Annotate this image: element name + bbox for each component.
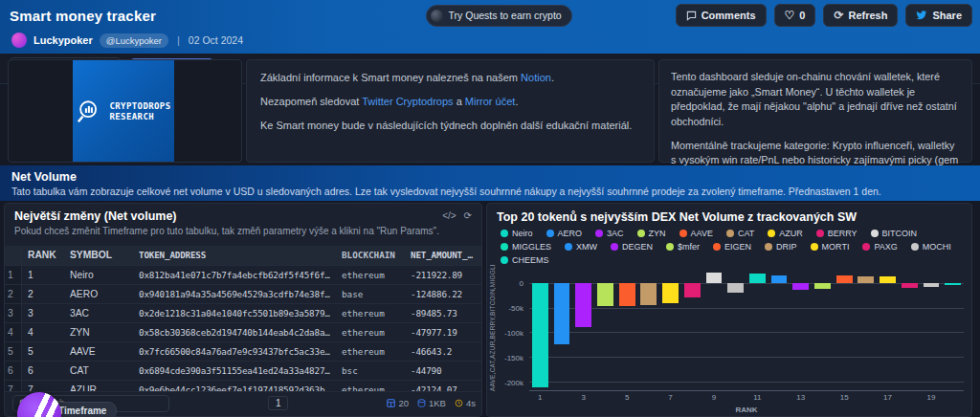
legend-item[interactable]: EIGEN	[713, 242, 751, 252]
like-button[interactable]: ♡ 0	[774, 4, 816, 27]
chart-bar[interactable]	[880, 276, 896, 282]
legend-dot-icon	[565, 243, 572, 251]
legend-item[interactable]: BERRY	[816, 229, 858, 238]
legend-item[interactable]: MOCHI	[911, 242, 951, 252]
chart-bar[interactable]	[924, 283, 940, 287]
column-header[interactable]: NET_AMOUNT_USD	[405, 246, 482, 265]
chart-bar[interactable]	[858, 276, 874, 283]
chart-bar[interactable]	[836, 275, 853, 282]
bar-slot	[899, 265, 921, 390]
legend-item[interactable]: AERO	[546, 229, 583, 238]
table-cell: 1	[5, 266, 22, 284]
legend-item[interactable]: AAVE	[679, 229, 713, 238]
bar-slot	[638, 265, 660, 390]
legend-item[interactable]: $mfer	[666, 242, 700, 252]
notion-link[interactable]: Notion	[521, 72, 551, 83]
legend-item[interactable]: XMW	[565, 242, 597, 252]
x-tick-label: 19	[926, 393, 935, 402]
table-cell: -89485.73	[405, 304, 482, 322]
chart-bar[interactable]	[597, 283, 613, 307]
banner-description: Tato tabulka vám zobrazuje celkové net v…	[11, 186, 969, 197]
column-header[interactable]: TOKEN_ADDRESS	[133, 246, 336, 265]
quests-button[interactable]: Try Quests to earn crypto	[426, 5, 572, 27]
x-tick-label: 7	[668, 393, 672, 402]
bar-slot	[724, 265, 746, 390]
pagination-page[interactable]: 1	[268, 396, 289, 410]
author-name[interactable]: Luckypoker	[33, 34, 93, 46]
author-handle-badge[interactable]: @Luckypoker	[100, 33, 168, 48]
table-refresh-icon[interactable]: ⟳	[464, 210, 472, 221]
y-axis-ticks: 0-50k-100k-150k-200k	[499, 265, 525, 391]
legend-dot-icon	[666, 243, 674, 251]
legend-item[interactable]: DRIP	[765, 242, 797, 252]
chart-bar[interactable]	[706, 273, 723, 282]
embed-code-icon[interactable]: </>	[442, 210, 456, 221]
chart-panel: Top 20 tokenů s nejvyšším DEX Net Volume…	[486, 203, 972, 417]
chart-bar[interactable]	[727, 283, 744, 293]
dashboard-date: 02 Oct 2024	[189, 34, 243, 46]
table-row: 11Neiro0x812ba41e071c7b7fa4ebcfb62df5f45…	[5, 266, 482, 285]
bar-slot	[572, 265, 594, 390]
legend-item[interactable]: CHEEMS	[501, 255, 549, 265]
heart-icon: ♡	[785, 10, 795, 21]
legend-item[interactable]: MIGGLES	[501, 242, 551, 252]
legend-label: MORTI	[822, 242, 850, 252]
legend-item[interactable]: ZYN	[637, 229, 666, 238]
chart-bar[interactable]	[575, 283, 591, 327]
legend-item[interactable]: PAXG	[862, 242, 897, 252]
table-cell: 7	[22, 381, 64, 391]
legend-item[interactable]: CAT	[726, 229, 754, 238]
chart-bar[interactable]	[792, 283, 809, 290]
legend-item[interactable]: AZUR	[768, 229, 803, 238]
chart-bar[interactable]	[662, 283, 679, 304]
legend-item[interactable]: Neiro	[501, 229, 533, 238]
mirror-link[interactable]: Mirror účet	[465, 96, 516, 107]
chart-bar[interactable]	[814, 283, 831, 290]
chart-bar[interactable]	[945, 283, 961, 286]
grid-icon	[387, 399, 395, 407]
bar-slot	[834, 265, 856, 390]
share-button[interactable]: Share	[905, 4, 972, 27]
legend-label: $mfer	[678, 242, 700, 252]
author-avatar[interactable]	[11, 33, 27, 48]
table-cell: 5	[22, 342, 64, 361]
table-cell: 0x7fc66500c84a76ad7e9c93437bfc5ac33e2dda…	[133, 342, 336, 361]
chart-bar[interactable]	[771, 275, 788, 283]
header: Smart money tracker Try Quests to earn c…	[0, 0, 980, 32]
net-volume-banner: Net Volume Tato tabulka vám zobrazuje ce…	[0, 165, 980, 201]
column-header[interactable]: RANK	[22, 246, 64, 265]
legend-dot-icon	[862, 243, 870, 251]
legend-item[interactable]: DEGEN	[611, 242, 653, 252]
net-volume-table-panel: Největší změny (Net volume) Pokud chceš …	[4, 203, 482, 417]
table-cell: CAT	[64, 362, 133, 380]
chart-bar[interactable]	[532, 283, 548, 388]
table-cell: 7	[5, 381, 22, 391]
table-title: Největší změny (Net volume)	[14, 209, 472, 223]
legend-label: AAVE	[691, 229, 713, 238]
chart-bar[interactable]	[554, 283, 570, 345]
legend-item[interactable]: BITCOIN	[871, 229, 918, 238]
refresh-button[interactable]: ⟳ Refresh	[823, 4, 898, 27]
chart-bar[interactable]	[749, 274, 766, 282]
about-paragraph-1: Tento dashboard sleduje on-chainu chován…	[671, 70, 960, 130]
x-tick-label: 9	[712, 393, 716, 402]
legend-item[interactable]: 3AC	[595, 229, 624, 238]
legend-dot-icon	[713, 243, 721, 251]
y-axis-label: AAVE,CAT,AZUR,BERRY,BITCOIN,MIGGLES,XMW,…	[489, 265, 496, 391]
table-body: 11Neiro0x812ba41e071c7b7fa4ebcfb62df5f45…	[5, 266, 482, 391]
legend-dot-icon	[768, 230, 775, 237]
chart-bar[interactable]	[640, 283, 657, 305]
legend-label: CHEEMS	[512, 255, 549, 265]
column-header[interactable]	[5, 246, 22, 265]
chart-bar[interactable]	[684, 283, 701, 297]
column-header[interactable]: BLOCKCHAIN	[336, 246, 405, 265]
comments-button[interactable]: Comments	[676, 4, 767, 27]
twitter-cryptodrops-link[interactable]: Twitter Cryptodrops	[362, 96, 453, 107]
table-cell: base	[336, 285, 405, 303]
logo-panel: CRYPTODROPS RESEARCH	[8, 59, 242, 163]
chart-bar[interactable]	[619, 283, 635, 306]
chart-bar[interactable]	[902, 283, 918, 288]
table-cell: -44790	[405, 362, 482, 380]
legend-item[interactable]: MORTI	[811, 242, 850, 252]
column-header[interactable]: SYMBOL	[64, 246, 133, 265]
